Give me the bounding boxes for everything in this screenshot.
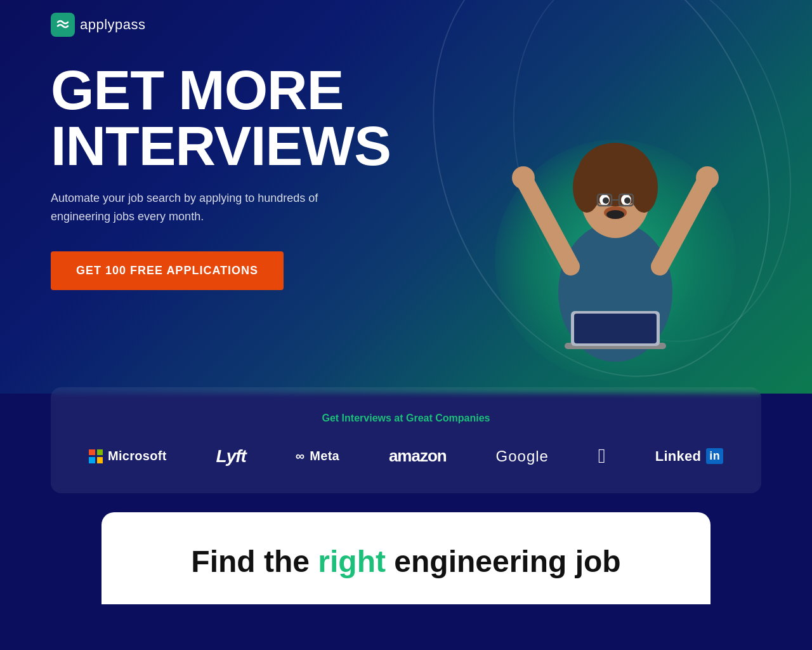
hero-content: GET MORE INTERVIEWS Automate your job se… [0, 50, 406, 328]
bottom-teaser-highlight: right [318, 545, 386, 578]
logo-icon [51, 13, 75, 37]
logo-text: applypass [80, 17, 146, 33]
tagline-highlight: Great Companies [406, 413, 490, 423]
hero-title: GET MORE INTERVIEWS [51, 62, 355, 174]
google-logo: Google [496, 448, 549, 465]
svg-line-7 [660, 184, 704, 267]
svg-line-5 [527, 184, 571, 267]
tagline-prefix: Get Interviews at [322, 413, 407, 423]
hero-image [469, 51, 761, 394]
microsoft-icon [89, 449, 103, 463]
cta-button[interactable]: GET 100 FREE APPLICATIONS [51, 251, 284, 290]
svg-point-6 [512, 166, 535, 189]
amazon-logo: amazon [389, 446, 447, 466]
companies-section: Get Interviews at Great Companies Micros… [51, 387, 761, 493]
linkedin-in-badge: in [706, 448, 723, 464]
lyft-wordmark: Lyft [216, 446, 246, 467]
microsoft-logo: Microsoft [89, 449, 167, 463]
bottom-teaser: Find the right engineering job [102, 512, 710, 604]
bottom-teaser-title: Find the right engineering job [140, 544, 672, 579]
svg-point-8 [696, 166, 719, 189]
svg-point-3 [573, 162, 601, 213]
hero-section: applypass GET MORE INTERVIEWS Automate y… [0, 0, 812, 394]
person-illustration [488, 76, 742, 394]
svg-point-13 [606, 210, 624, 219]
svg-point-17 [624, 197, 631, 204]
meta-logo: ∞ Meta [296, 449, 339, 463]
apple-icon:  [598, 444, 606, 468]
svg-point-4 [630, 162, 658, 213]
logo[interactable]: applypass [51, 13, 146, 37]
amazon-wordmark: amazon [389, 446, 447, 466]
meta-icon: ∞ [296, 449, 305, 463]
company-logos-row: Microsoft Lyft ∞ Meta amazon Google  Li… [89, 444, 723, 468]
apple-logo:  [598, 444, 606, 468]
linkedin-wordmark: Linked [655, 448, 702, 465]
lyft-logo: Lyft [216, 446, 246, 467]
linkedin-logo: Linkedin [655, 448, 723, 465]
svg-point-16 [603, 197, 609, 204]
companies-tagline: Get Interviews at Great Companies [89, 413, 723, 424]
hero-subtitle: Automate your job search by applying to … [51, 189, 355, 226]
svg-rect-11 [574, 314, 657, 343]
navbar: applypass [0, 0, 812, 50]
